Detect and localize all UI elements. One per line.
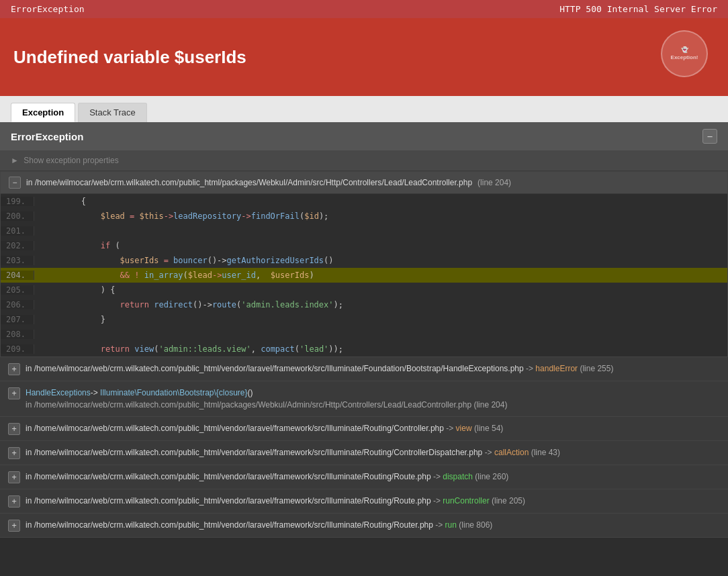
ghost-text: 👻Exception! xyxy=(671,46,698,61)
stack-item-3-row[interactable]: + in /home/wilmocar/web/crm.wilkatech.co… xyxy=(0,417,728,440)
code-line-202: 202. if ( xyxy=(1,238,727,253)
stack-item-7-row[interactable]: + in /home/wilmocar/web/crm.wilkatech.co… xyxy=(0,514,728,537)
code-file-path: in /home/wilmocar/web/crm.wilkatech.com/… xyxy=(26,178,472,187)
stack-text-4: in /home/wilmocar/web/crm.wilkatech.com/… xyxy=(26,446,560,459)
stack-item-1: + in /home/wilmocar/web/crm.wilkatech.co… xyxy=(0,357,728,381)
code-block-header: − in /home/wilmocar/web/crm.wilkatech.co… xyxy=(1,172,727,194)
top-bar: ErrorException HTTP 500 Internal Server … xyxy=(0,0,728,18)
stack-item-3: + in /home/wilmocar/web/crm.wilkatech.co… xyxy=(0,417,728,441)
exception-class-title: ErrorException xyxy=(11,131,83,142)
stack-expand-7[interactable]: + xyxy=(8,520,20,532)
code-line-206: 206. return redirect()->route('admin.lea… xyxy=(1,297,727,312)
code-line-208: 208. xyxy=(1,327,727,342)
error-type-label: ErrorException xyxy=(11,4,85,14)
stack-item-5: + in /home/wilmocar/web/crm.wilkatech.co… xyxy=(0,465,728,489)
error-title: Undefined variable $userIds xyxy=(13,47,246,68)
tab-stack-trace[interactable]: Stack Trace xyxy=(78,103,147,122)
stack-expand-6[interactable]: + xyxy=(8,495,20,508)
stack-item-1-row[interactable]: + in /home/wilmocar/web/crm.wilkatech.co… xyxy=(0,357,728,381)
stack-expand-3[interactable]: + xyxy=(8,423,20,435)
exception-header: ErrorException − xyxy=(0,122,728,150)
stack-text-7: in /home/wilmocar/web/crm.wilkatech.com/… xyxy=(26,519,492,531)
stack-expand-2[interactable]: + xyxy=(8,387,20,399)
error-header: Undefined variable $userIds 👻Exception! xyxy=(0,18,728,96)
stack-text-2: HandleExceptions-> Illuminate\Foundation… xyxy=(26,387,507,411)
stack-expand-4[interactable]: + xyxy=(8,447,20,459)
http-status-label: HTTP 500 Internal Server Error xyxy=(559,4,717,14)
stack-item-4-row[interactable]: + in /home/wilmocar/web/crm.wilkatech.co… xyxy=(0,441,728,465)
code-line-204: 204. && ! in_array($lead->user_id, $user… xyxy=(1,268,727,283)
code-lines: 199. { 200. $lead = $this->leadRepositor… xyxy=(1,194,727,356)
stack-item-6-row[interactable]: + in /home/wilmocar/web/crm.wilkatech.co… xyxy=(0,489,728,513)
tab-exception[interactable]: Exception xyxy=(11,103,75,122)
main-content: ErrorException − ► Show exception proper… xyxy=(0,122,728,538)
stack-expand-5[interactable]: + xyxy=(8,471,20,483)
code-line-203: 203. $userIds = bouncer()->getAuthorized… xyxy=(1,253,727,268)
stack-item-2-row[interactable]: + HandleExceptions-> Illuminate\Foundati… xyxy=(0,381,728,416)
stack-item-5-row[interactable]: + in /home/wilmocar/web/crm.wilkatech.co… xyxy=(0,465,728,489)
stack-item-4: + in /home/wilmocar/web/crm.wilkatech.co… xyxy=(0,441,728,465)
stack-text-6: in /home/wilmocar/web/crm.wilkatech.com/… xyxy=(26,495,525,507)
code-line-200: 200. $lead = $this->leadRepository->find… xyxy=(1,209,727,224)
tabs-bar: Exception Stack Trace xyxy=(0,96,728,122)
stack-text-3: in /home/wilmocar/web/crm.wilkatech.com/… xyxy=(26,422,503,434)
show-exception-properties[interactable]: ► Show exception properties xyxy=(0,150,728,171)
code-block: − in /home/wilmocar/web/crm.wilkatech.co… xyxy=(0,171,728,357)
ghost-circle: 👻Exception! xyxy=(661,30,708,77)
stack-item-6: + in /home/wilmocar/web/crm.wilkatech.co… xyxy=(0,489,728,514)
stack-text-5: in /home/wilmocar/web/crm.wilkatech.com/… xyxy=(26,471,508,483)
stack-item-2: + HandleExceptions-> Illuminate\Foundati… xyxy=(0,381,728,417)
arrow-icon: ► xyxy=(11,156,19,165)
code-line-207: 207. } xyxy=(1,312,727,327)
exception-ghost-logo: 👻Exception! xyxy=(661,30,715,84)
stack-item-7: + in /home/wilmocar/web/crm.wilkatech.co… xyxy=(0,514,728,538)
stack-text-1: in /home/wilmocar/web/crm.wilkatech.com/… xyxy=(26,363,613,375)
stack-expand-1[interactable]: + xyxy=(8,363,20,375)
code-line-201: 201. xyxy=(1,224,727,238)
code-line-info: (line 204) xyxy=(477,178,511,187)
expand-code-button[interactable]: − xyxy=(9,177,21,189)
code-line-205: 205. ) { xyxy=(1,283,727,297)
code-line-199: 199. { xyxy=(1,194,727,209)
code-line-209: 209. return view('admin::leads.view', co… xyxy=(1,342,727,356)
collapse-button[interactable]: − xyxy=(702,129,717,144)
